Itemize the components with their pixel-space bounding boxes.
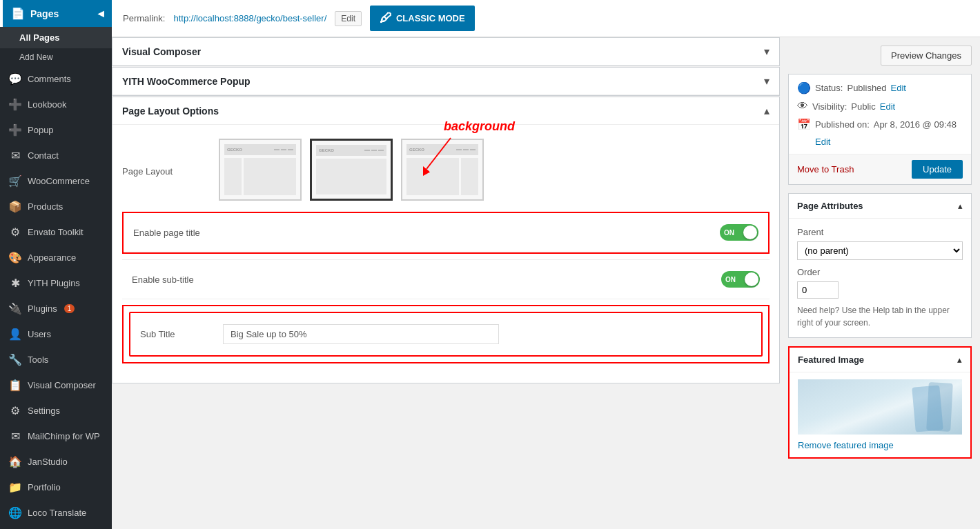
sidebar-item-woocommerce[interactable]: 🛒 WooCommerce <box>0 168 112 194</box>
order-input[interactable] <box>797 281 839 299</box>
permalink-url[interactable]: http://localhost:8888/gecko/best-seller/ <box>173 13 326 23</box>
update-button[interactable]: Update <box>912 160 963 179</box>
layout-option-1-header: GECKO <box>224 144 296 155</box>
status-edit-link[interactable]: Edit <box>891 83 906 93</box>
featured-image-body: Remove featured image <box>790 372 970 457</box>
attributes-title: Page Attributes <box>797 201 863 211</box>
sidebar-item-label: Products <box>28 201 63 212</box>
sidebar-item-users[interactable]: 👤 Users <box>0 321 112 347</box>
yith-popup-header[interactable]: YITH WooCommerce Popup ▾ <box>112 68 779 95</box>
sidebar-item-envato[interactable]: ⚙ Envato Toolkit <box>0 219 112 245</box>
enable-subtitle-label: Enable sub-title <box>132 275 721 285</box>
nav-line <box>274 149 280 150</box>
parent-select[interactable]: (no parent) <box>797 241 963 260</box>
sidebar-all-pages[interactable]: All Pages <box>0 27 112 48</box>
sidebar-item-label: Settings <box>28 406 60 416</box>
sidebar-item-plugins[interactable]: 🔌 Plugins 1 <box>0 296 112 321</box>
featured-image-header[interactable]: Featured Image ▴ <box>790 348 970 372</box>
yith-popup-metabox: YITH WooCommerce Popup ▾ <box>112 67 780 96</box>
attributes-header[interactable]: Page Attributes ▴ <box>789 194 971 219</box>
sidebar-add-new[interactable]: Add New <box>0 48 112 66</box>
layout-option-right-sidebar[interactable]: GECKO <box>401 139 484 201</box>
preview-changes-button[interactable]: Preview Changes <box>881 46 972 66</box>
toggle-track-subtitle[interactable]: ON <box>721 271 760 288</box>
sidebar-item-label: Contact <box>28 150 59 161</box>
content-area: Visual Composer ▾ YITH WooCommerce Popup… <box>112 37 980 529</box>
permalink-label: Permalink: <box>123 13 165 23</box>
layout-content-col <box>406 158 459 195</box>
sidebar-item-products[interactable]: 📦 Products <box>0 194 112 219</box>
visual-composer-header[interactable]: Visual Composer ▾ <box>112 38 779 66</box>
sidebar-header[interactable]: 📄 Pages ◄ <box>0 0 112 27</box>
yith-popup-toggle-icon[interactable]: ▾ <box>764 74 770 88</box>
sidebar-item-lookbook[interactable]: ➕ Lookbook <box>0 92 112 117</box>
enable-subtitle-toggle[interactable]: ON <box>721 271 760 288</box>
permalink-edit-button[interactable]: Edit <box>335 11 362 26</box>
comments-icon: 💬 <box>8 72 22 86</box>
featured-image-box: Featured Image ▴ Remove featured image <box>788 346 972 459</box>
main-area: Permalink: http://localhost:8888/gecko/b… <box>112 0 980 529</box>
page-layout-toggle-icon[interactable]: ▴ <box>764 104 770 117</box>
subtitle-input[interactable] <box>223 324 499 344</box>
page-layout-body: Page Layout GECKO <box>112 125 779 383</box>
layout-option-3-header: GECKO <box>406 144 478 155</box>
attributes-toggle-icon[interactable]: ▴ <box>958 201 963 211</box>
published-date: Apr 8, 2016 @ 09:48 <box>874 119 957 130</box>
move-to-trash-link[interactable]: Move to Trash <box>797 164 854 174</box>
published-date-edit-link[interactable]: Edit <box>815 137 830 147</box>
enable-page-title-label: Enable page title <box>133 228 720 238</box>
layout-logo-1: GECKO <box>227 148 242 152</box>
sidebar-item-contact[interactable]: ✉ Contact <box>0 143 112 168</box>
pages-icon: 📄 <box>11 7 25 20</box>
sidebar-item-tools[interactable]: 🔧 Tools <box>0 347 112 372</box>
visual-composer-toggle-icon[interactable]: ▾ <box>764 45 770 58</box>
sidebar-item-label: Tools <box>28 355 48 365</box>
sidebar-item-visual-composer[interactable]: 📋 Visual Composer <box>0 372 112 398</box>
sidebar-item-appearance[interactable]: 🎨 Appearance <box>0 245 112 270</box>
preview-changes-wrap: Preview Changes <box>780 37 980 74</box>
calendar-icon: 📅 <box>797 118 811 131</box>
layout-option-left-sidebar[interactable]: GECKO <box>219 139 302 201</box>
sidebar-item-label: MailChimp for WP <box>28 431 100 441</box>
sidebar-item-mailchimp[interactable]: ✉ MailChimp for WP <box>0 423 112 449</box>
visual-composer-title: Visual Composer <box>122 46 201 57</box>
subtitle-section: Sub Title <box>122 305 770 363</box>
sidebar-item-portfolio[interactable]: 📁 Portfolio <box>0 475 112 500</box>
layout-options-group: GECKO <box>219 139 484 201</box>
sidebar-item-yith[interactable]: ✱ YITH Plugins <box>0 270 112 296</box>
toggle-knob <box>743 226 757 239</box>
sidebar-item-janstudio[interactable]: 🏠 JanStudio <box>0 449 112 475</box>
layout-option-full-width[interactable]: GECKO <box>310 139 393 201</box>
featured-image-toggle-icon[interactable]: ▴ <box>957 355 962 365</box>
publish-box: 🔵 Status: Published Edit 👁 Visibility: P… <box>788 74 972 185</box>
layout-sidebar-col <box>224 158 242 195</box>
visibility-value: Public <box>851 101 875 112</box>
toggle-on-label: ON <box>724 229 734 237</box>
page-layout-row: Page Layout GECKO <box>122 139 770 201</box>
featured-image-preview[interactable] <box>798 379 962 435</box>
enable-page-title-toggle[interactable]: ON <box>720 224 758 241</box>
sidebar-item-label: YITH Plugins <box>28 278 80 288</box>
sidebar-item-loco[interactable]: 🌐 Loco Translate <box>0 500 112 526</box>
page-layout-header[interactable]: Page Layout Options ▴ <box>112 97 779 125</box>
sidebar-item-label: Portfolio <box>28 482 61 492</box>
toggle-track-on[interactable]: ON <box>720 224 758 241</box>
sidebar-item-settings[interactable]: ⚙ Settings <box>0 398 112 423</box>
contact-icon: ✉ <box>8 149 22 162</box>
sidebar-item-comments[interactable]: 💬 Comments <box>0 66 112 92</box>
nav-line <box>470 149 476 150</box>
layout-nav-2 <box>364 150 384 151</box>
nav-line <box>456 149 462 150</box>
users-icon: 👤 <box>8 328 22 341</box>
page-layout-section: Page Layout Options ▴ Page Layout GECKO <box>112 97 780 383</box>
featured-image-title: Featured Image <box>798 355 864 365</box>
subtitle-row: Sub Title <box>129 312 763 357</box>
toggle-on-subtitle-label: ON <box>725 276 736 283</box>
nav-line <box>364 150 370 151</box>
sidebar-item-popup[interactable]: ➕ Popup <box>0 117 112 143</box>
sidebar-item-label: Plugins <box>28 303 57 314</box>
remove-featured-image-link[interactable]: Remove featured image <box>798 440 894 450</box>
attributes-body: Parent (no parent) Order Need help? Use … <box>789 219 971 337</box>
classic-mode-button[interactable]: 🖊 CLASSIC MODE <box>370 6 475 31</box>
visibility-edit-link[interactable]: Edit <box>880 101 895 112</box>
